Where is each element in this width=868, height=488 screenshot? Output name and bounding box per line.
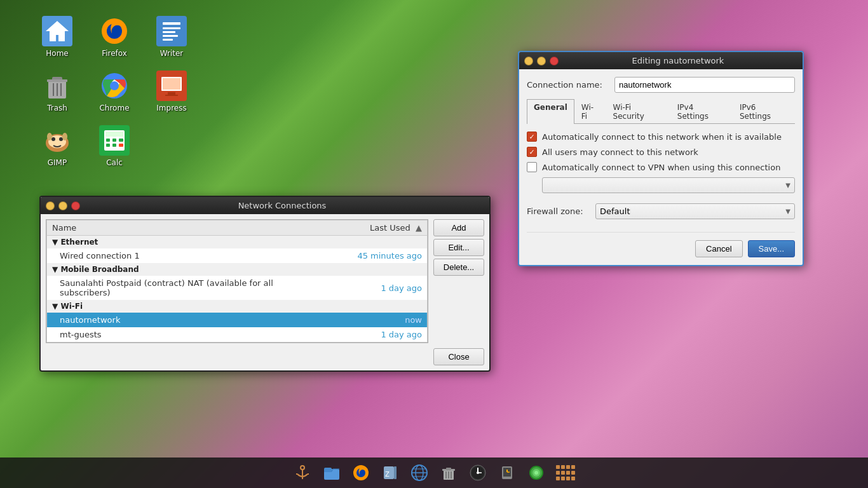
desktop-icon-gimp[interactable]: GIMP — [32, 122, 83, 170]
cancel-button[interactable]: Cancel — [695, 240, 742, 257]
tab-general[interactable]: General — [527, 99, 574, 124]
nc-bottom-bar: Close — [46, 348, 484, 365]
taskbar-item-files[interactable] — [318, 459, 345, 486]
svg-rect-36 — [106, 144, 110, 147]
add-connection-button[interactable]: Add — [433, 219, 484, 236]
close-connections-button[interactable]: Close — [433, 348, 484, 365]
desktop-icon-home[interactable]: Home — [32, 13, 83, 61]
svg-rect-76 — [571, 465, 575, 469]
desktop-icon-firefox[interactable]: Firefox — [89, 13, 140, 61]
editing-titlebar: Editing nautornetwork — [519, 52, 803, 69]
col-lastused-header[interactable]: Last Used ▲ — [326, 220, 428, 236]
minimize-button-editing[interactable] — [524, 57, 533, 65]
svg-rect-74 — [561, 465, 565, 469]
nc-table: Name Last Used ▲ ▼ EthernetWired connect… — [46, 220, 428, 342]
taskbar-item-clock[interactable] — [465, 459, 491, 486]
desktop-icons: Home Firefox — [32, 13, 197, 170]
svg-rect-21 — [163, 78, 180, 90]
auto-connect-checkbox[interactable] — [527, 132, 537, 142]
svg-rect-80 — [571, 471, 575, 475]
table-row[interactable]: nautornetworknow — [47, 313, 428, 327]
desktop-icon-chrome[interactable]: Chrome — [89, 67, 140, 116]
maximize-button-network[interactable] — [58, 201, 67, 210]
firewall-label: Firewall zone: — [527, 207, 590, 216]
svg-rect-81 — [556, 477, 560, 480]
svg-rect-75 — [566, 465, 570, 469]
svg-rect-23 — [165, 95, 178, 96]
svg-rect-33 — [106, 139, 110, 142]
desktop-icon-writer[interactable]: Writer — [146, 13, 197, 61]
firefox-icon-label: Firefox — [102, 49, 127, 58]
svg-rect-82 — [561, 477, 565, 480]
all-users-label: All users may connect to this network — [542, 147, 698, 157]
save-button[interactable]: Save... — [748, 240, 795, 257]
svg-point-26 — [51, 137, 55, 141]
svg-rect-12 — [47, 79, 67, 82]
trash-icon-label: Trash — [47, 104, 67, 112]
svg-point-18 — [110, 81, 119, 90]
svg-rect-34 — [112, 139, 116, 142]
svg-rect-37 — [112, 144, 116, 147]
dialog-buttons: Cancel Save... — [527, 232, 795, 257]
taskbar-item-zip[interactable]: Z — [377, 459, 403, 486]
vpn-select[interactable]: ▼ — [542, 177, 795, 193]
table-row[interactable]: Saunalahti Postpaid (contract) NAT (avai… — [47, 276, 428, 300]
network-connections-content: Name Last Used ▲ ▼ EthernetWired connect… — [41, 214, 489, 370]
svg-rect-57 — [446, 468, 451, 470]
svg-point-65 — [477, 471, 479, 474]
connection-name-input[interactable] — [614, 77, 795, 93]
chrome-icon-label: Chrome — [99, 104, 129, 112]
svg-rect-32 — [105, 132, 123, 137]
svg-rect-48 — [394, 466, 397, 479]
nc-group-ethernet: ▼ Ethernet — [47, 236, 428, 249]
tab-wifi[interactable]: Wi-Fi — [574, 99, 606, 124]
svg-rect-35 — [119, 139, 123, 142]
desktop-icon-trash[interactable]: Trash — [32, 67, 83, 116]
desktop-icon-impress[interactable]: Impress — [146, 67, 197, 116]
edit-connection-button[interactable]: Edit... — [433, 239, 484, 256]
calc-icon-label: Calc — [106, 158, 123, 167]
svg-rect-77 — [556, 471, 560, 475]
network-connections-title: Network Connections — [80, 201, 484, 210]
auto-vpn-checkbox[interactable] — [527, 162, 537, 172]
taskbar-item-timer[interactable] — [494, 459, 520, 486]
taskbar-item-anchor[interactable] — [289, 459, 316, 486]
taskbar-item-network[interactable] — [406, 459, 433, 486]
svg-rect-78 — [561, 471, 565, 475]
nc-main-area: Name Last Used ▲ ▼ EthernetWired connect… — [46, 219, 484, 343]
maximize-button-editing[interactable] — [537, 57, 546, 65]
editing-window: Editing nautornetwork Connection name: G… — [518, 51, 804, 266]
minimize-button-network[interactable] — [46, 201, 55, 210]
table-row[interactable]: Wired connection 145 minutes ago — [47, 248, 428, 263]
delete-connection-button[interactable]: Delete... — [433, 259, 484, 276]
table-row[interactable]: mt-guests1 day ago — [47, 327, 428, 342]
all-users-checkbox[interactable] — [527, 147, 537, 157]
taskbar-item-monitor[interactable] — [523, 459, 550, 486]
auto-vpn-row: Automatically connect to VPN when using … — [527, 162, 795, 172]
editing-tabs: General Wi-Fi Wi-Fi Security IPv4 Settin… — [527, 99, 795, 124]
network-connections-titlebar: Network Connections — [41, 197, 489, 214]
svg-point-27 — [59, 137, 63, 141]
firewall-select[interactable]: Default ▼ — [595, 203, 795, 219]
svg-rect-7 — [163, 31, 175, 33]
close-button-network[interactable] — [71, 201, 80, 210]
taskbar-item-applets[interactable] — [552, 459, 579, 486]
svg-rect-22 — [168, 92, 175, 95]
tab-ipv6[interactable]: IPv6 Settings — [733, 99, 795, 124]
desktop-icon-calc[interactable]: Calc — [89, 122, 140, 170]
tab-ipv4[interactable]: IPv4 Settings — [670, 99, 733, 124]
svg-point-39 — [301, 466, 304, 470]
close-button-editing[interactable] — [550, 57, 559, 65]
home-icon-label: Home — [46, 49, 68, 58]
taskbar-item-firefox[interactable] — [348, 459, 374, 486]
window-controls-editing — [524, 57, 559, 65]
firewall-zone-row: Firewall zone: Default ▼ — [527, 203, 795, 219]
svg-rect-73 — [556, 465, 560, 469]
tab-wifi-security[interactable]: Wi-Fi Security — [606, 99, 670, 124]
vpn-select-value — [546, 180, 549, 190]
taskbar-item-trash[interactable] — [435, 459, 462, 486]
editing-window-content: Connection name: General Wi-Fi Wi-Fi Sec… — [519, 69, 803, 265]
svg-rect-5 — [163, 22, 180, 25]
svg-point-28 — [47, 133, 52, 140]
col-name-header[interactable]: Name — [47, 220, 326, 236]
